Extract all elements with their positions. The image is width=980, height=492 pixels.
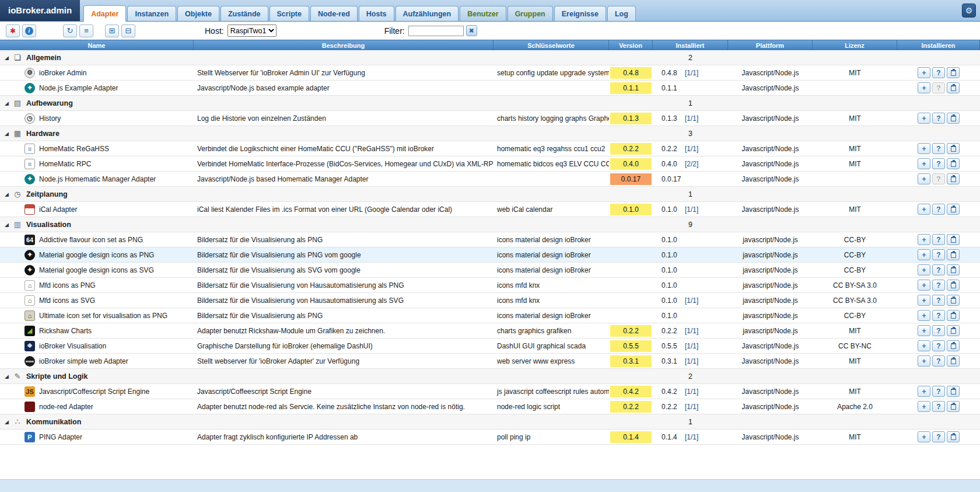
delete-adapter-button[interactable] — [947, 325, 960, 336]
group-row-zeitplanung[interactable]: ◢◷Zeitplanung1 — [0, 187, 980, 202]
group-row-aufbewarung[interactable]: ◢▤Aufbewarung1 — [0, 96, 980, 111]
adapter-row-javascript-coffescript-script-engine[interactable]: JSJavascript/Coffescript Script EngineJa… — [0, 384, 980, 399]
adapter-row-iobroker-visualisation[interactable]: ❖ioBroker VisualisationGraphische Darste… — [0, 339, 980, 354]
readme-button[interactable]: ? — [932, 234, 945, 245]
readme-button[interactable]: ? — [932, 401, 945, 412]
tab-objekte[interactable]: Objekte — [177, 6, 219, 22]
group-row-visualisation[interactable]: ◢▥Visualisation9 — [0, 217, 980, 232]
adapter-row-material-google-design-icons-as-svg[interactable]: ✦Material google design icons as SVGBild… — [0, 263, 980, 278]
add-instance-button[interactable]: + — [918, 431, 930, 442]
host-select[interactable]: RaspiTwo1 — [228, 25, 276, 37]
add-instance-button[interactable]: + — [918, 158, 930, 169]
delete-adapter-button[interactable] — [947, 173, 960, 184]
readme-button[interactable]: ? — [932, 355, 945, 367]
group-expand-icon[interactable]: ◢ — [5, 55, 9, 61]
readme-button[interactable]: ? — [932, 280, 945, 291]
adapter-row-mfd-icons-as-svg[interactable]: ⌂Mfd icons as SVGBildersatz für die Visu… — [0, 293, 980, 308]
header-plattform[interactable]: Plattform — [728, 40, 813, 50]
group-expand-icon[interactable]: ◢ — [5, 374, 9, 379]
header-version[interactable]: Version — [609, 40, 653, 50]
adapter-row-ping-adapter[interactable]: PPING AdapterAdapter fragt zyklisch konf… — [0, 430, 980, 445]
delete-adapter-button[interactable] — [947, 204, 960, 215]
settings-button[interactable]: ⚙ — [962, 4, 976, 18]
tab-benutzer[interactable]: Benutzer — [460, 6, 506, 22]
add-instance-button[interactable]: + — [918, 204, 930, 215]
group-row-kommunikation[interactable]: ◢∴Kommunikation1 — [0, 414, 980, 430]
readme-button[interactable]: ? — [932, 158, 945, 169]
list-view-button[interactable]: ≡ — [79, 25, 93, 37]
add-instance-button[interactable]: + — [918, 82, 930, 93]
group-expand-icon[interactable]: ◢ — [5, 419, 9, 425]
readme-button[interactable]: ? — [932, 431, 945, 442]
adapter-row-iobroker-simple-web-adapter[interactable]: wwwioBroker simple web AdapterStellt web… — [0, 354, 980, 369]
delete-adapter-button[interactable] — [947, 340, 960, 351]
adapter-row-node-red-adapter[interactable]: node-red AdapterAdapter benutzt node-red… — [0, 399, 980, 414]
add-instance-button[interactable]: + — [918, 280, 930, 291]
adapter-row-ultimate-icon-set-for-visualisation-as-png[interactable]: ⌂Ultimate icon set for visualisation as … — [0, 308, 980, 323]
readme-button[interactable]: ? — [932, 67, 945, 78]
delete-adapter-button[interactable] — [947, 386, 960, 397]
add-instance-button[interactable]: + — [918, 401, 930, 412]
delete-adapter-button[interactable] — [947, 310, 960, 321]
add-instance-button[interactable]: + — [918, 234, 930, 245]
readme-button[interactable]: ? — [932, 386, 945, 397]
header-lizenz[interactable]: Lizenz — [813, 40, 897, 50]
delete-adapter-button[interactable] — [947, 295, 960, 306]
adapter-row-mfd-icons-as-png[interactable]: ⌂Mfd icons as PNGBildersatz für die Visu… — [0, 278, 980, 293]
readme-button[interactable]: ? — [932, 143, 945, 154]
tab-log[interactable]: Log — [607, 6, 636, 22]
delete-adapter-button[interactable] — [947, 82, 960, 93]
tab-instanzen[interactable]: Instanzen — [127, 6, 176, 22]
add-instance-button[interactable]: + — [918, 143, 930, 154]
header-beschreibung[interactable]: Beschreibung — [194, 40, 494, 50]
group-expand-icon[interactable]: ◢ — [5, 191, 9, 197]
group-expand-icon[interactable]: ◢ — [5, 100, 9, 106]
add-instance-button[interactable]: + — [918, 386, 930, 397]
add-instance-button[interactable]: + — [918, 264, 930, 275]
delete-adapter-button[interactable] — [947, 113, 960, 124]
tab-adapter[interactable]: Adapter — [83, 5, 126, 22]
add-instance-button[interactable]: + — [918, 295, 930, 306]
readme-button[interactable]: ? — [932, 264, 945, 275]
delete-adapter-button[interactable] — [947, 431, 960, 442]
tab-zust-nde[interactable]: Zustände — [220, 6, 268, 22]
delete-adapter-button[interactable] — [947, 67, 960, 78]
clear-filter-button[interactable]: ✖ — [466, 25, 477, 36]
group-row-skripte-und-logik[interactable]: ◢✎Skripte und Logik2 — [0, 369, 980, 384]
delete-adapter-button[interactable] — [947, 249, 960, 260]
add-instance-button[interactable]: + — [918, 113, 930, 124]
adapter-row-iobroker-admin[interactable]: ⚙ioBroker AdminStellt Webserver für 'ioB… — [0, 65, 980, 81]
favorites-button[interactable]: ✱ — [6, 25, 20, 37]
info-button[interactable]: i — [22, 25, 36, 37]
adapter-row-ical-adapter[interactable]: iCal AdapteriCal liest Kalender Files im… — [0, 202, 980, 217]
delete-adapter-button[interactable] — [947, 158, 960, 169]
add-instance-button[interactable]: + — [918, 355, 930, 367]
header-installieren[interactable]: Installieren — [897, 40, 980, 50]
delete-adapter-button[interactable] — [947, 143, 960, 154]
adapter-row-node-js-example-adapter[interactable]: ✦Node.js Example AdapterJavascript/Node.… — [0, 81, 980, 96]
adapter-row-homematic-rpc[interactable]: ≡HomeMatic RPCVerbindet HomeMatic Interf… — [0, 156, 980, 172]
delete-adapter-button[interactable] — [947, 264, 960, 275]
tab-gruppen[interactable]: Gruppen — [508, 6, 553, 22]
delete-adapter-button[interactable] — [947, 355, 960, 367]
filter-input[interactable] — [408, 26, 464, 36]
readme-button[interactable]: ? — [932, 325, 945, 336]
readme-button[interactable]: ? — [932, 295, 945, 306]
add-instance-button[interactable]: + — [918, 173, 930, 184]
group-row-hardware[interactable]: ◢▦Hardware3 — [0, 126, 980, 141]
add-instance-button[interactable]: + — [918, 310, 930, 321]
expand-all-button[interactable]: ⊞ — [105, 25, 119, 37]
header-schluesselworte[interactable]: Schlüsselworte — [494, 40, 609, 50]
add-instance-button[interactable]: + — [918, 325, 930, 336]
readme-button[interactable]: ? — [932, 204, 945, 215]
delete-adapter-button[interactable] — [947, 401, 960, 412]
readme-button[interactable]: ? — [932, 113, 945, 124]
delete-adapter-button[interactable] — [947, 234, 960, 245]
tab-aufz-hlungen[interactable]: Aufzählungen — [396, 6, 459, 22]
add-instance-button[interactable]: + — [918, 249, 930, 260]
adapter-row-material-google-design-icons-as-png[interactable]: ✦Material google design icons as PNGBild… — [0, 247, 980, 263]
tab-scripte[interactable]: Scripte — [270, 6, 309, 22]
refresh-button[interactable]: ↻ — [63, 25, 77, 37]
header-name[interactable]: Name — [0, 40, 194, 50]
tab-hosts[interactable]: Hosts — [359, 6, 394, 22]
